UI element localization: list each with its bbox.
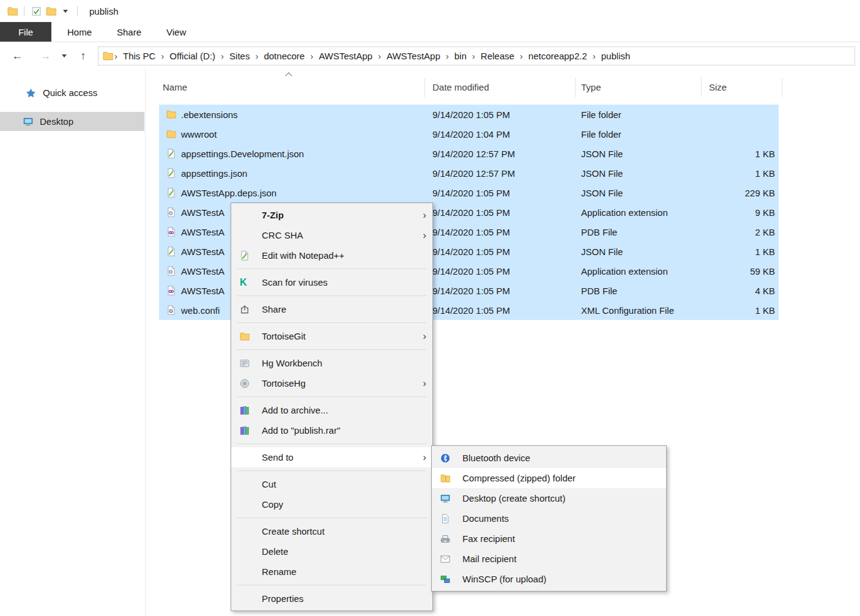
file-explorer-window: publish File Home Share View ← → ↑ › Thi… — [0, 0, 860, 616]
menu-separator — [237, 295, 426, 296]
sendto-item-fax-recipient[interactable]: Fax recipient — [432, 529, 666, 549]
breadcrumb-item[interactable]: netcoreapp2.2 — [523, 51, 593, 61]
config-file-icon — [166, 305, 176, 315]
context-menu-item-send-to[interactable]: Send to › — [231, 447, 432, 467]
file-type: File folder — [575, 109, 701, 120]
context-menu-item-tortoisehg[interactable]: TortoiseHg › — [231, 373, 432, 393]
file-row[interactable]: appsettings.Development.json 9/14/2020 1… — [159, 144, 779, 163]
context-menu-item-properties[interactable]: Properties — [231, 588, 432, 609]
recent-locations-dropdown[interactable] — [59, 46, 70, 65]
menu-separator — [237, 269, 426, 269]
file-type: XML Configuration File — [575, 305, 701, 316]
breadcrumb-item[interactable]: Sites — [224, 51, 255, 61]
breadcrumb-item[interactable]: AWSTestApp — [313, 51, 378, 61]
file-type: JSON File — [575, 168, 701, 179]
sidebar-item-quick-access[interactable]: Quick access — [0, 83, 144, 102]
titlebar-divider — [24, 6, 24, 16]
context-menu-item-edit-with-notepadpp[interactable]: Edit with Notepad++ — [231, 245, 432, 265]
tab-view[interactable]: View — [157, 22, 195, 42]
file-type: Application extension — [575, 266, 701, 276]
breadcrumb-item[interactable]: dotnecore — [258, 51, 310, 61]
up-button[interactable]: ↑ — [74, 46, 92, 65]
column-header-date-modified[interactable]: Date modified — [432, 82, 489, 92]
tab-file[interactable]: File — [0, 22, 51, 42]
breadcrumb-item[interactable]: publish — [596, 51, 636, 61]
file-name: web.confi — [181, 305, 220, 316]
hg-workbench-icon — [240, 358, 254, 369]
context-menu-item-tortoisegit[interactable]: TortoiseGit › — [231, 326, 432, 346]
column-header-type[interactable]: Type — [581, 82, 601, 92]
forward-button[interactable]: → — [36, 46, 54, 65]
file-row[interactable]: AWSTestApp.deps.json 9/14/2020 1:05 PM J… — [159, 183, 779, 202]
breadcrumb-item[interactable]: Official (D:) — [164, 51, 221, 61]
context-menu-item-add-to-archive[interactable]: Add to archive... — [231, 400, 432, 420]
qat-customize-dropdown[interactable] — [58, 4, 73, 18]
window-title: publish — [89, 6, 119, 17]
file-date: 9/14/2020 1:05 PM — [424, 305, 575, 316]
column-header-row: Name Date modified Type Size — [146, 69, 860, 104]
fax-icon — [440, 533, 455, 544]
context-menu-item-add-to-publish-rar[interactable]: Add to "publish.rar" — [231, 420, 432, 440]
address-bar[interactable]: › This PC › Official (D:) › Sites › dotn… — [98, 46, 855, 65]
column-divider[interactable] — [424, 78, 425, 97]
titlebar: publish — [0, 0, 860, 22]
qat-properties-button[interactable] — [29, 4, 43, 18]
column-divider[interactable] — [575, 78, 576, 97]
file-size: 1 KB — [701, 305, 779, 316]
file-date: 9/14/2020 1:05 PM — [424, 266, 575, 276]
file-type: JSON File — [575, 247, 701, 257]
file-row[interactable]: .ebextensions 9/14/2020 1:05 PM File fol… — [159, 105, 779, 124]
file-row[interactable]: wwwroot 9/14/2020 1:04 PM File folder — [159, 124, 779, 144]
context-menu-item-crc-sha[interactable]: CRC SHA › — [231, 225, 432, 245]
context-menu-item-create-shortcut[interactable]: Create shortcut — [231, 521, 432, 541]
context-menu-item-delete[interactable]: Delete — [231, 541, 432, 562]
navigation-bar: ← → ↑ › This PC › Official (D:) › Sites … — [0, 42, 860, 69]
context-menu-item-share[interactable]: Share — [231, 299, 432, 319]
menu-separator — [237, 349, 426, 350]
context-menu-item-copy[interactable]: Copy — [231, 494, 432, 514]
sendto-item-compressed-zipped-folder[interactable]: Compressed (zipped) folder — [432, 468, 666, 488]
qat-new-folder-button[interactable] — [43, 4, 58, 18]
breadcrumb-item[interactable]: AWSTestApp — [381, 51, 446, 61]
breadcrumb-item[interactable]: Release — [475, 51, 520, 61]
context-menu-item-scan-for-viruses[interactable]: K Scan for viruses — [231, 272, 432, 292]
sendto-item-documents[interactable]: Documents — [432, 508, 666, 529]
mail-icon — [440, 554, 455, 565]
column-header-size[interactable]: Size — [709, 82, 727, 92]
sendto-item-bluetooth-device[interactable]: Bluetooth device — [432, 448, 666, 468]
file-type: JSON File — [575, 149, 701, 159]
file-name: AWSTestA — [181, 247, 224, 257]
send-to-submenu: Bluetooth device Compressed (zipped) fol… — [431, 445, 667, 592]
sidebar: Quick access Desktop — [0, 69, 146, 616]
context-menu-item-7zip[interactable]: 7-Zip › — [231, 205, 432, 225]
file-date: 9/14/2020 12:57 PM — [424, 168, 575, 179]
menu-separator — [237, 396, 426, 397]
file-size: 59 KB — [701, 266, 779, 276]
file-date: 9/14/2020 1:05 PM — [424, 188, 575, 198]
json-file-icon — [166, 247, 176, 256]
file-size: 4 KB — [701, 286, 779, 296]
file-name: AWSTestA — [181, 207, 224, 218]
column-header-name[interactable]: Name — [163, 82, 187, 92]
breadcrumb-item[interactable]: This PC — [117, 51, 161, 61]
context-menu-item-hg-workbench[interactable]: Hg Workbench — [231, 353, 432, 373]
file-size: 1 KB — [701, 149, 779, 159]
context-menu-item-rename[interactable]: Rename — [231, 562, 432, 582]
sidebar-item-desktop[interactable]: Desktop — [0, 112, 144, 131]
folder-icon — [166, 129, 176, 139]
back-button[interactable]: ← — [8, 46, 26, 65]
tab-share[interactable]: Share — [108, 22, 150, 42]
file-row[interactable]: appsettings.json 9/14/2020 12:57 PM JSON… — [159, 163, 779, 183]
tab-home[interactable]: Home — [58, 22, 101, 42]
column-divider[interactable] — [701, 78, 702, 97]
star-icon — [26, 88, 36, 98]
sendto-item-desktop-create-shortcut[interactable]: Desktop (create shortcut) — [432, 488, 666, 508]
breadcrumb-item[interactable]: bin — [449, 51, 472, 61]
sidebar-item-label: Desktop — [40, 116, 73, 127]
sendto-item-winscp-for-upload[interactable]: WinSCP (for upload) — [432, 569, 666, 589]
ribbon-tab-bar: File Home Share View — [0, 22, 860, 42]
context-menu: 7-Zip › CRC SHA › Edit with Notepad++ K … — [231, 202, 433, 611]
context-menu-item-cut[interactable]: Cut — [231, 474, 432, 494]
sendto-item-mail-recipient[interactable]: Mail recipient — [432, 549, 666, 569]
column-divider[interactable] — [782, 78, 782, 97]
